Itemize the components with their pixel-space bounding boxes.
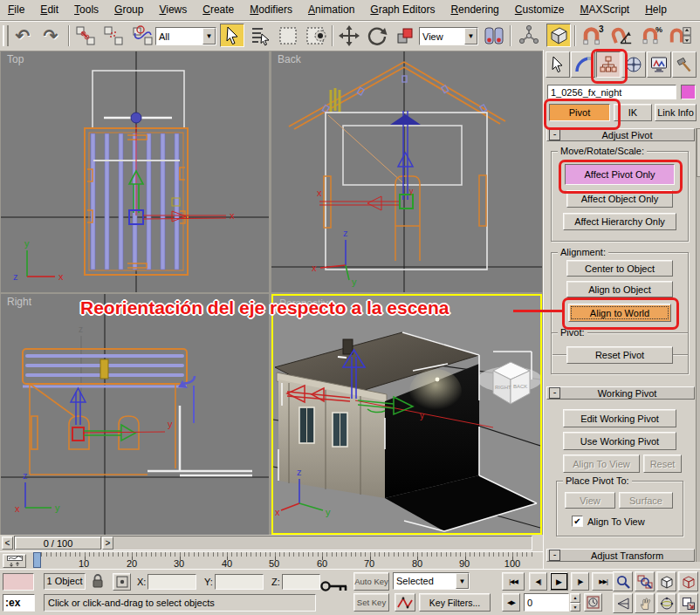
zoom-extents-all-button[interactable] <box>678 571 698 591</box>
frame-spinner[interactable]: ▲ ▼ <box>570 593 580 612</box>
min-max-toggle-button[interactable] <box>678 593 698 613</box>
key-mode-toggle-button[interactable]: ◀▶ <box>502 593 520 612</box>
adjust-pivot-rollout-header[interactable]: - Adjust Pivot <box>546 128 695 141</box>
key-mode-dropdown[interactable]: Selected ▼ <box>393 572 470 590</box>
toolbar-grip[interactable] <box>3 25 9 46</box>
tab-display[interactable] <box>647 51 671 78</box>
pan-view-button[interactable] <box>635 593 655 613</box>
selection-lock-toggle[interactable] <box>91 573 106 590</box>
absolute-offset-mode-toggle[interactable] <box>113 573 131 591</box>
panel-scrollbar-thumb[interactable] <box>697 128 700 177</box>
tab-create[interactable] <box>546 51 570 78</box>
checkbox-box[interactable]: ✔ <box>572 516 583 527</box>
go-to-start-button[interactable]: |◀◀ <box>502 572 525 591</box>
chevron-down-icon[interactable]: ▼ <box>456 573 469 589</box>
bind-to-space-warp-button[interactable] <box>131 24 155 47</box>
snaps-toggle-button[interactable]: 3 <box>580 24 604 47</box>
current-frame-marker[interactable] <box>33 552 41 568</box>
affect-pivot-only-button[interactable]: Affect Pivot Only <box>565 164 675 185</box>
viewport-right[interactable]: Right z <box>1 294 269 535</box>
affect-object-only-button[interactable]: Affect Object Only <box>566 190 673 208</box>
menu-modifiers[interactable]: Modifiers <box>242 1 300 19</box>
menu-file[interactable]: File <box>0 1 32 19</box>
viewport-perspective[interactable]: Perspective <box>271 294 542 535</box>
use-pivot-point-center-button[interactable] <box>482 24 506 47</box>
window-crossing-toggle[interactable] <box>305 24 329 47</box>
arc-rotate-button[interactable] <box>656 593 676 613</box>
viewport-back-label[interactable]: Back <box>278 53 301 65</box>
center-to-object-button[interactable]: Center to Object <box>566 260 673 277</box>
spinner-snap-toggle-button[interactable] <box>669 24 693 47</box>
collapse-icon[interactable]: - <box>549 550 560 561</box>
menu-maxscript[interactable]: MAXScript <box>573 1 638 19</box>
chevron-down-icon[interactable]: ▼ <box>464 28 477 44</box>
field-of-view-button[interactable] <box>613 593 633 613</box>
select-and-move-button[interactable] <box>337 24 361 47</box>
menu-help[interactable]: Help <box>637 1 675 19</box>
undo-button[interactable]: ↶ <box>10 24 35 47</box>
z-coord-field[interactable] <box>282 574 320 590</box>
x-coord-field[interactable] <box>148 574 196 590</box>
auto-key-button[interactable]: Auto Key <box>353 572 389 591</box>
place-pivot-surface-button[interactable]: Surface <box>619 492 673 509</box>
selection-filter-dropdown[interactable]: All ▼ <box>155 27 216 45</box>
set-key-button[interactable]: Set Key <box>353 593 389 612</box>
set-keys-button[interactable] <box>319 571 349 605</box>
tab-modify[interactable] <box>571 51 595 78</box>
viewport-top[interactable]: Top <box>1 51 269 292</box>
object-color-swatch[interactable] <box>681 85 696 99</box>
align-to-object-button[interactable]: Align to Object <box>566 281 673 297</box>
play-animation-button[interactable]: ▶ <box>550 572 568 591</box>
menu-rendering[interactable]: Rendering <box>443 1 506 19</box>
panel-scrollbar[interactable] <box>696 128 700 562</box>
key-filters-button[interactable]: Key Filters... <box>419 593 491 612</box>
time-slider-prev-frame[interactable]: < <box>2 536 13 550</box>
object-name-field[interactable] <box>547 85 676 99</box>
select-and-manipulate-button[interactable] <box>517 24 541 47</box>
current-frame-field[interactable] <box>524 593 569 612</box>
menu-edit[interactable]: Edit <box>32 1 66 19</box>
select-and-scale-button[interactable] <box>393 24 417 47</box>
reset-working-pivot-button[interactable]: Reset <box>643 454 682 473</box>
collapse-icon[interactable]: - <box>549 387 560 399</box>
open-mini-curve-editor-button[interactable] <box>3 554 26 568</box>
pivot-tab-button[interactable]: Pivot <box>549 104 610 121</box>
maxscript-mini-listener[interactable]: :ex <box>3 594 35 612</box>
menu-customize[interactable]: Customize <box>507 1 573 19</box>
reset-pivot-button[interactable]: Reset Pivot <box>566 346 673 364</box>
menu-views[interactable]: Views <box>151 1 195 19</box>
zoom-all-button[interactable] <box>635 571 655 591</box>
percent-snap-toggle-button[interactable]: % <box>641 24 665 47</box>
track-bar-ruler[interactable]: 0 10 20 30 40 50 60 70 80 90 100 <box>31 552 536 570</box>
edit-working-pivot-button[interactable]: Edit Working Pivot <box>563 409 676 427</box>
reference-coordinate-dropdown[interactable]: View ▼ <box>419 27 478 45</box>
select-by-name-button[interactable] <box>248 24 272 47</box>
use-working-pivot-button[interactable]: Use Working Pivot <box>563 432 676 450</box>
menu-tools[interactable]: Tools <box>66 1 106 19</box>
spinner-up-icon[interactable]: ▲ <box>570 593 580 603</box>
adjust-transform-rollout-header[interactable]: - Adjust Transform <box>546 549 695 562</box>
tab-utilities[interactable] <box>672 51 697 78</box>
viewport-back[interactable]: Back <box>271 51 542 292</box>
macro-recorder-pane[interactable] <box>3 573 34 591</box>
align-to-world-button[interactable]: Align to World <box>568 304 671 322</box>
link-info-tab-button[interactable]: Link Info <box>655 104 697 121</box>
redo-button[interactable]: ↷ <box>38 24 63 47</box>
next-frame-button[interactable]: ||▶ <box>571 572 589 591</box>
menu-create[interactable]: Create <box>195 1 242 19</box>
select-and-link-button[interactable] <box>73 24 98 47</box>
time-slider-next-frame[interactable]: > <box>102 536 113 550</box>
keyboard-shortcut-override-toggle[interactable] <box>546 24 571 47</box>
select-and-rotate-button[interactable] <box>365 24 389 47</box>
align-to-view-checkbox[interactable]: ✔ Align To View <box>572 515 676 528</box>
menu-group[interactable]: Group <box>106 1 151 19</box>
select-object-button[interactable] <box>220 24 244 47</box>
zoom-extents-button[interactable] <box>656 571 676 591</box>
place-pivot-view-button[interactable]: View <box>565 492 615 509</box>
y-coord-field[interactable] <box>215 574 264 590</box>
working-pivot-rollout-header[interactable]: - Working Pivot <box>546 386 695 400</box>
time-slider-handle[interactable]: 0 / 100 <box>15 536 101 550</box>
zoom-button[interactable] <box>613 571 633 591</box>
affect-hierarchy-only-button[interactable]: Affect Hierarchy Only <box>563 213 676 230</box>
menu-graph-editors[interactable]: Graph Editors <box>362 1 443 19</box>
